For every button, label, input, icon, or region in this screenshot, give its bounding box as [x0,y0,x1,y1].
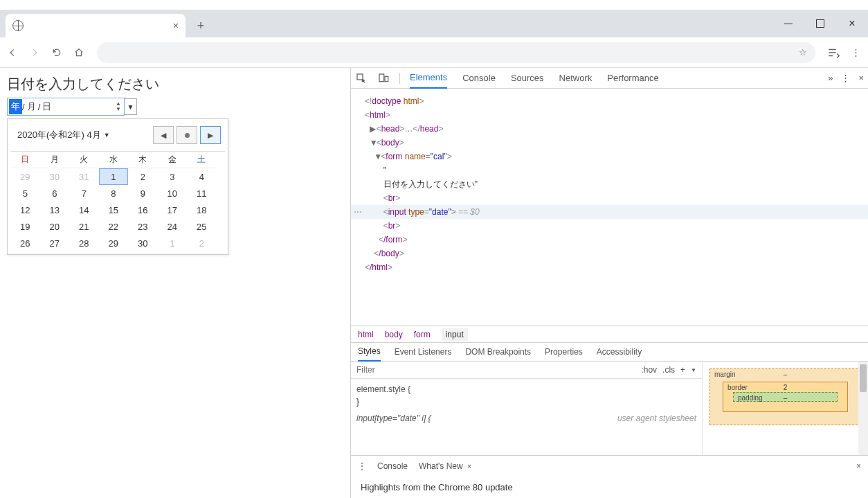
window-minimize-button[interactable] [772,10,804,37]
devtools-tab-elements[interactable]: Elements [410,68,447,89]
calendar-day[interactable]: 13 [40,202,70,218]
inspect-element-icon[interactable] [355,73,368,84]
calendar-day[interactable]: 24 [158,218,188,235]
calendar-day[interactable]: 29 [10,168,40,185]
breadcrumb-input[interactable]: input [442,328,468,341]
calendar-day[interactable]: 11 [187,185,217,202]
calendar-day[interactable]: 17 [158,202,188,218]
calendar-day[interactable]: 3 [158,168,188,185]
calendar-day[interactable]: 2 [128,168,158,185]
devtools-tab-network[interactable]: Network [559,68,593,89]
drawer-menu-icon[interactable]: ⋮ [358,461,366,471]
calendar-next-button[interactable]: ▶ [200,126,221,144]
calendar-day[interactable]: 23 [128,218,158,235]
styles-tab-accessibility[interactable]: Accessibility [597,347,642,357]
breadcrumb-html[interactable]: html [358,330,374,339]
calendar-day[interactable]: 25 [187,218,217,235]
calendar-day[interactable]: 7 [69,185,99,202]
date-month-seg[interactable]: 月 [25,99,38,114]
devtools-close-icon[interactable]: × [858,73,864,83]
devtools-tab-performance[interactable]: Performance [607,68,658,89]
scrollbar[interactable] [858,362,868,455]
date-spinner[interactable]: ▲▼ [116,101,123,112]
calendar-day[interactable]: 30 [128,235,158,251]
chevron-down-icon[interactable]: ▼ [691,367,696,373]
calendar-title: 2020年(令和2年) 4月 [17,129,101,141]
styles-tab-properties[interactable]: Properties [545,347,583,357]
styles-filter-input[interactable] [351,362,635,378]
browser-tab[interactable]: × [6,14,186,37]
more-tabs-icon[interactable]: » [828,73,833,83]
calendar-day[interactable]: 9 [128,185,158,202]
weekday-header: 土 [187,152,217,168]
window-maximize-button[interactable] [804,10,836,37]
calendar-day[interactable]: 22 [99,218,129,235]
calendar-day[interactable]: 8 [99,185,129,202]
window-titlebar [0,0,868,10]
calendar-day[interactable]: 15 [99,202,129,218]
drawer-close-icon[interactable]: × [856,461,861,471]
devtools-panel: ElementsConsoleSourcesNetworkPerformance… [350,68,868,498]
tab-close-icon[interactable]: × [173,20,179,31]
devtools-menu-icon[interactable]: ⋮ [841,73,850,83]
cls-toggle[interactable]: .cls [662,365,675,375]
date-input[interactable]: 年 / 月 / 日 ▲▼ [7,98,125,116]
calendar-day[interactable]: 30 [40,168,70,185]
calendar-day[interactable]: 14 [69,202,99,218]
calendar-day[interactable]: 29 [99,235,129,251]
dom-tree[interactable]: <!doctype html> <html> ▶<head>…</head> ▼… [351,89,868,326]
globe-icon [12,20,24,31]
calendar-day[interactable]: 6 [40,185,70,202]
date-year-seg[interactable]: 年 [9,99,22,114]
star-icon[interactable]: ☆ [799,47,807,57]
calendar-day[interactable]: 1 [158,235,188,251]
calendar-day[interactable]: 26 [10,235,40,251]
calendar-day[interactable]: 4 [187,168,217,185]
hov-toggle[interactable]: :hov [641,365,657,375]
menu-button[interactable]: ⋮ [849,46,862,60]
reload-button[interactable] [50,46,64,60]
calendar-grid: 日月火水木金土293031123456789101112131415161718… [10,151,225,251]
calendar-day[interactable]: 31 [69,168,99,185]
forward-button[interactable] [28,46,42,60]
calendar-day[interactable]: 27 [40,235,70,251]
styles-tab-dom-breakpoints[interactable]: DOM Breakpoints [465,347,531,357]
home-button[interactable] [72,46,86,60]
calendar-month-selector[interactable]: 2020年(令和2年) 4月 ▼ [17,129,153,141]
breadcrumb-form[interactable]: form [414,330,431,339]
calendar-prev-button[interactable]: ◀ [153,126,174,144]
omnibox[interactable]: ☆ [97,42,815,63]
calendar-today-button[interactable] [177,126,197,144]
breadcrumb-body[interactable]: body [385,330,403,339]
device-toolbar-icon[interactable] [377,73,390,84]
calendar-day[interactable]: 19 [10,218,40,235]
new-tab-button[interactable]: + [191,16,210,35]
calendar-day[interactable]: 16 [128,202,158,218]
date-dropdown-toggle[interactable]: ▼ [125,98,137,115]
styles-tab-event-listeners[interactable]: Event Listeners [395,347,452,357]
calendar-day[interactable]: 21 [69,218,99,235]
calendar-day[interactable]: 12 [10,202,40,218]
add-rule-button[interactable]: + [680,365,685,375]
calendar-day[interactable]: 28 [69,235,99,251]
media-icon[interactable] [826,46,840,60]
calendar-day[interactable]: 5 [10,185,40,202]
devtools-tab-console[interactable]: Console [462,68,496,89]
calendar-day[interactable]: 10 [158,185,188,202]
drawer-tab-console[interactable]: Console [377,461,408,471]
calendar-day[interactable]: 1 [99,168,129,185]
calendar-day[interactable]: 20 [40,218,70,235]
styles-tab-styles[interactable]: Styles [358,342,381,362]
drawer-tab-whatsnew[interactable]: What's New [419,461,463,471]
page-heading: 日付を入力してください [7,75,343,94]
dom-breadcrumbs[interactable]: htmlbodyforminput [351,326,868,342]
devtools-tab-sources[interactable]: Sources [511,68,544,89]
window-close-button[interactable]: × [836,10,868,37]
calendar-day[interactable]: 2 [187,235,217,251]
calendar-day[interactable]: 18 [187,202,217,218]
css-rules[interactable]: element.style { } input[type="date" i] {… [351,379,702,429]
drawer-tab-close-icon[interactable]: × [467,462,471,470]
date-day-seg[interactable]: 日 [40,99,53,114]
weekday-header: 月 [40,152,70,168]
back-button[interactable] [6,46,19,60]
